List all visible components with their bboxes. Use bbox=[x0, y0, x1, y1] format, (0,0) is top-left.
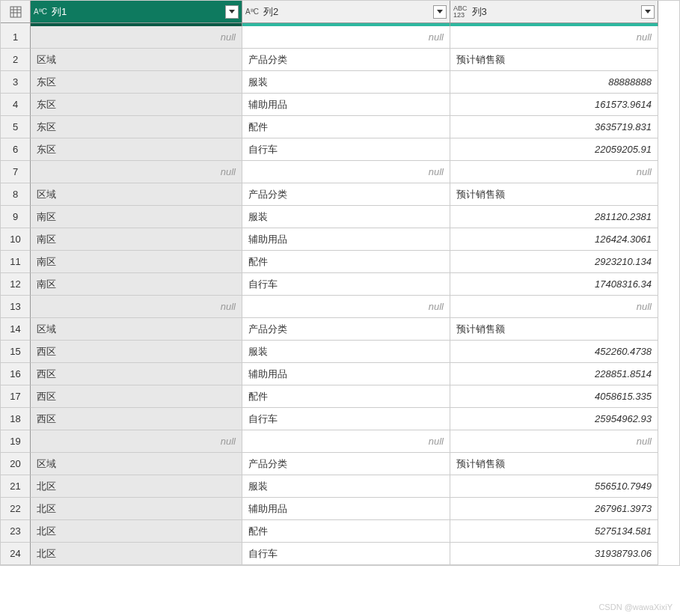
cell[interactable]: 南区 bbox=[31, 228, 242, 251]
cell[interactable]: 南区 bbox=[31, 273, 242, 296]
row-number[interactable]: 16 bbox=[1, 363, 31, 385]
cell[interactable]: 北区 bbox=[31, 475, 242, 498]
table-row[interactable]: 16西区辅助用品228851.8514 bbox=[1, 363, 679, 385]
row-number[interactable]: 6 bbox=[1, 138, 31, 161]
table-row[interactable]: 4东区辅助用品161573.9614 bbox=[1, 94, 679, 116]
row-number[interactable]: 17 bbox=[1, 385, 31, 408]
table-row[interactable]: 11南区配件2923210.134 bbox=[1, 251, 679, 273]
cell[interactable]: 267961.3973 bbox=[450, 498, 658, 520]
cell[interactable]: 服装 bbox=[242, 71, 450, 94]
cell[interactable]: 东区 bbox=[31, 71, 242, 94]
cell[interactable]: 5275134.581 bbox=[450, 520, 658, 543]
cell[interactable]: 31938793.06 bbox=[450, 543, 658, 565]
table-row[interactable]: 17西区配件4058615.335 bbox=[1, 385, 679, 408]
table-row[interactable]: 8区域产品分类预计销售额 bbox=[1, 183, 679, 206]
table-row[interactable]: 21北区服装556510.7949 bbox=[1, 475, 679, 498]
cell[interactable]: 南区 bbox=[31, 206, 242, 228]
cell[interactable]: 3635719.831 bbox=[450, 116, 658, 138]
cell[interactable]: 126424.3061 bbox=[450, 228, 658, 251]
row-number[interactable]: 2 bbox=[1, 49, 31, 71]
row-number[interactable]: 5 bbox=[1, 116, 31, 138]
cell[interactable]: null bbox=[242, 161, 450, 183]
cell[interactable]: 辅助用品 bbox=[242, 363, 450, 385]
column-header-1[interactable]: AᴮC 列1 bbox=[31, 1, 242, 23]
cell[interactable]: 自行车 bbox=[242, 273, 450, 296]
table-row[interactable]: 13nullnullnull bbox=[1, 296, 679, 318]
cell[interactable]: 产品分类 bbox=[242, 318, 450, 341]
cell[interactable]: 服装 bbox=[242, 341, 450, 363]
table-row[interactable]: 24北区自行车31938793.06 bbox=[1, 543, 679, 565]
cell[interactable]: null bbox=[242, 296, 450, 318]
cell[interactable]: null bbox=[31, 161, 242, 183]
cell[interactable]: 自行车 bbox=[242, 408, 450, 430]
table-corner[interactable] bbox=[1, 1, 31, 23]
row-number[interactable]: 1 bbox=[1, 26, 31, 49]
cell[interactable]: null bbox=[31, 26, 242, 49]
cell[interactable]: 西区 bbox=[31, 363, 242, 385]
cell[interactable]: 配件 bbox=[242, 520, 450, 543]
column-header-2[interactable]: AᴮC 列2 bbox=[242, 1, 450, 23]
cell[interactable]: 配件 bbox=[242, 116, 450, 138]
table-row[interactable]: 10南区辅助用品126424.3061 bbox=[1, 228, 679, 251]
row-number[interactable]: 7 bbox=[1, 161, 31, 183]
cell[interactable]: 281120.2381 bbox=[450, 206, 658, 228]
row-number[interactable]: 11 bbox=[1, 251, 31, 273]
cell[interactable]: null bbox=[450, 296, 658, 318]
cell[interactable]: 辅助用品 bbox=[242, 94, 450, 116]
column-header-3[interactable]: ABC123 列3 bbox=[450, 1, 658, 23]
cell[interactable]: 西区 bbox=[31, 408, 242, 430]
row-number[interactable]: 23 bbox=[1, 520, 31, 543]
cell[interactable]: 88888888 bbox=[450, 71, 658, 94]
row-number[interactable]: 19 bbox=[1, 430, 31, 453]
cell[interactable]: 区域 bbox=[31, 453, 242, 475]
cell[interactable]: 辅助用品 bbox=[242, 498, 450, 520]
row-number[interactable]: 10 bbox=[1, 228, 31, 251]
cell[interactable]: 配件 bbox=[242, 385, 450, 408]
table-row[interactable]: 9南区服装281120.2381 bbox=[1, 206, 679, 228]
cell[interactable]: 西区 bbox=[31, 341, 242, 363]
cell[interactable]: 辅助用品 bbox=[242, 228, 450, 251]
cell[interactable]: 产品分类 bbox=[242, 183, 450, 206]
cell[interactable]: 452260.4738 bbox=[450, 341, 658, 363]
row-number[interactable]: 8 bbox=[1, 183, 31, 206]
table-row[interactable]: 19nullnullnull bbox=[1, 430, 679, 453]
row-number[interactable]: 20 bbox=[1, 453, 31, 475]
cell[interactable]: 预计销售额 bbox=[450, 49, 658, 71]
cell[interactable]: null bbox=[31, 296, 242, 318]
table-row[interactable]: 6东区自行车22059205.91 bbox=[1, 138, 679, 161]
row-number[interactable]: 14 bbox=[1, 318, 31, 341]
table-row[interactable]: 14区域产品分类预计销售额 bbox=[1, 318, 679, 341]
cell[interactable]: 东区 bbox=[31, 94, 242, 116]
cell[interactable]: null bbox=[31, 430, 242, 453]
cell[interactable]: 区域 bbox=[31, 183, 242, 206]
cell[interactable]: 服装 bbox=[242, 206, 450, 228]
cell[interactable]: 东区 bbox=[31, 116, 242, 138]
cell[interactable]: 区域 bbox=[31, 318, 242, 341]
row-number[interactable]: 4 bbox=[1, 94, 31, 116]
cell[interactable]: 228851.8514 bbox=[450, 363, 658, 385]
cell[interactable]: 161573.9614 bbox=[450, 94, 658, 116]
column-filter-button[interactable] bbox=[433, 5, 447, 19]
row-number[interactable]: 24 bbox=[1, 543, 31, 565]
cell[interactable]: 北区 bbox=[31, 520, 242, 543]
table-row[interactable]: 22北区辅助用品267961.3973 bbox=[1, 498, 679, 520]
column-filter-button[interactable] bbox=[641, 5, 655, 19]
row-number[interactable]: 18 bbox=[1, 408, 31, 430]
row-number[interactable]: 21 bbox=[1, 475, 31, 498]
row-number[interactable]: 9 bbox=[1, 206, 31, 228]
row-number[interactable]: 3 bbox=[1, 71, 31, 94]
cell[interactable]: 产品分类 bbox=[242, 49, 450, 71]
row-number[interactable]: 22 bbox=[1, 498, 31, 520]
cell[interactable]: 区域 bbox=[31, 49, 242, 71]
cell[interactable]: 东区 bbox=[31, 138, 242, 161]
cell[interactable]: 2923210.134 bbox=[450, 251, 658, 273]
table-row[interactable]: 12南区自行车17408316.34 bbox=[1, 273, 679, 296]
table-row[interactable]: 15西区服装452260.4738 bbox=[1, 341, 679, 363]
cell[interactable]: 自行车 bbox=[242, 138, 450, 161]
cell[interactable]: null bbox=[450, 26, 658, 49]
cell[interactable]: 配件 bbox=[242, 251, 450, 273]
cell[interactable]: 22059205.91 bbox=[450, 138, 658, 161]
row-number[interactable]: 13 bbox=[1, 296, 31, 318]
cell[interactable]: 南区 bbox=[31, 251, 242, 273]
cell[interactable]: 自行车 bbox=[242, 543, 450, 565]
